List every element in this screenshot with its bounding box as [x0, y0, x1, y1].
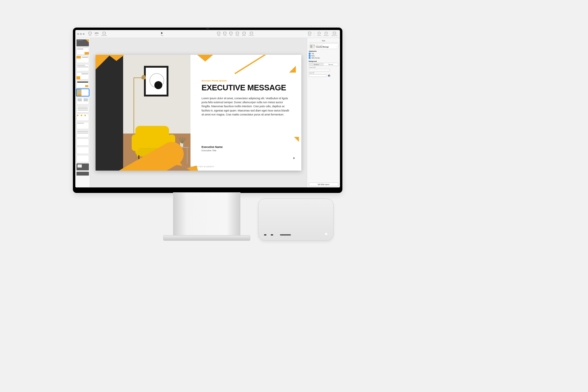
thumb-12[interactable]: [76, 130, 89, 138]
toolbar: View 100% Zoom Add Slide Play Table Char…: [75, 30, 340, 38]
play-button[interactable]: Play: [160, 32, 164, 36]
animate-label: Animate: [324, 35, 329, 36]
accent-tri: [294, 137, 299, 142]
shape-label: Shape: [236, 35, 239, 36]
layout-name: Executive Message: [316, 46, 329, 48]
slide-kicker[interactable]: Aenean Porta Ipsum: [202, 79, 227, 82]
checkbox-icon[interactable]: [309, 57, 311, 59]
mac-studio: [258, 198, 334, 241]
thumb-11[interactable]: [76, 122, 89, 129]
format-button[interactable]: Format: [316, 32, 322, 36]
thumb-14[interactable]: [76, 147, 89, 154]
view-button[interactable]: View: [88, 32, 92, 36]
table-leg: [187, 148, 187, 164]
inspector-tab-slide[interactable]: Slide: [309, 39, 338, 43]
separator: [314, 32, 314, 36]
background-segmented[interactable]: Standard Dynamic: [309, 63, 338, 66]
slide[interactable]: Aenean Porta Ipsum EXECUTIVE MESSAGE Lor…: [96, 55, 301, 171]
add-slide-button[interactable]: Add Slide: [101, 32, 108, 36]
thumb-6[interactable]: [76, 81, 89, 88]
max-dot[interactable]: [83, 33, 85, 35]
format-label: Format: [317, 35, 321, 36]
slide-body[interactable]: Lorem ipsum dolor sit amet, consectetur …: [202, 96, 290, 117]
comment-button[interactable]: Comment: [248, 32, 255, 36]
signature-title[interactable]: Executive Title: [202, 149, 216, 152]
slide-title[interactable]: EXECUTIVE MESSAGE: [202, 83, 286, 92]
color-fill-swatch[interactable]: [309, 74, 327, 77]
document-label: Document: [332, 35, 337, 36]
workspace: ELT FORMULA: [75, 38, 340, 187]
monitor-bezel: View 100% Zoom Add Slide Play Table Char…: [73, 28, 342, 193]
format-icon: [318, 32, 321, 34]
slidenum-checkbox-label: Slide Number: [311, 57, 320, 59]
seg-dynamic[interactable]: Dynamic: [324, 63, 338, 66]
body-checkbox[interactable]: Body: [309, 55, 338, 57]
window-controls[interactable]: [77, 33, 85, 35]
camera-notch: [206, 28, 209, 29]
min-dot[interactable]: [80, 33, 82, 35]
wall-art: [144, 66, 168, 96]
checkbox-icon[interactable]: [309, 53, 311, 55]
shape-button[interactable]: Shape: [235, 32, 240, 36]
thumb-4[interactable]: [76, 64, 89, 71]
text-label: Text: [230, 35, 232, 36]
seg-standard[interactable]: Standard: [309, 63, 324, 66]
zoom-control[interactable]: 100% Zoom: [94, 32, 100, 36]
current-fill-swatch[interactable]: [309, 69, 330, 71]
monitor-stand: [173, 192, 240, 237]
animate-button[interactable]: Animate: [323, 32, 330, 36]
text-button[interactable]: Text: [228, 32, 233, 36]
play-label: Play: [161, 35, 163, 36]
accent-tri: [108, 55, 124, 61]
slide-navigator[interactable]: ELT FORMULA: [75, 38, 90, 187]
chart-button[interactable]: Chart: [222, 32, 227, 36]
chart-label: Chart: [224, 35, 227, 36]
thumb-8[interactable]: [76, 97, 89, 104]
animate-icon: [325, 32, 328, 34]
shape-icon: [236, 32, 239, 34]
thumb-16[interactable]: [76, 163, 89, 171]
canvas[interactable]: Aenean Porta Ipsum EXECUTIVE MESSAGE Lor…: [90, 38, 307, 187]
slidenum-checkbox[interactable]: Slide Number: [309, 57, 338, 59]
layout-thumbnail-icon: [310, 44, 315, 48]
title-checkbox[interactable]: Title: [309, 53, 338, 55]
document-button[interactable]: Document: [331, 32, 338, 36]
thumb-9[interactable]: [76, 105, 89, 113]
app-window: View 100% Zoom Add Slide Play Table Char…: [75, 30, 340, 187]
accent-tri: [197, 55, 213, 62]
usb-c-port-icon: [271, 234, 273, 236]
thumb-2[interactable]: [76, 47, 89, 55]
thumb-13[interactable]: [76, 138, 89, 146]
comment-label: Comment: [249, 35, 254, 36]
color-wheel-icon[interactable]: [328, 74, 330, 77]
text-icon: [229, 32, 232, 34]
thumb-15[interactable]: [76, 155, 89, 162]
thumb-3[interactable]: [76, 56, 89, 63]
close-dot[interactable]: [77, 33, 79, 35]
comment-icon: [250, 32, 253, 34]
checkbox-icon[interactable]: [309, 55, 311, 57]
thumb-1-label: ELT FORMULA: [77, 40, 83, 41]
edit-slide-layout-button[interactable]: Edit Slide Layout: [309, 183, 338, 186]
media-button[interactable]: Media: [241, 32, 247, 36]
sd-slot-icon: [280, 234, 291, 236]
slide-layout-picker[interactable]: Slide Layout Executive Message ⌄: [309, 43, 338, 49]
background-heading: Background: [309, 61, 338, 62]
thumb-7-selected[interactable]: [76, 89, 89, 96]
view-icon: [89, 32, 92, 34]
signature-name[interactable]: Executive Name: [202, 145, 223, 149]
thumb-5[interactable]: [76, 72, 89, 80]
share-button[interactable]: Share: [307, 32, 312, 36]
thumb-10[interactable]: [76, 114, 89, 121]
front-ports: [264, 234, 291, 236]
play-icon: [161, 32, 163, 34]
media-label: Media: [242, 35, 246, 36]
table-button[interactable]: Table: [216, 32, 221, 36]
thumb-17[interactable]: [76, 172, 89, 176]
inspector-panel: Slide Slide Layout Executive Message ⌄ A…: [307, 38, 340, 187]
plus-icon: [103, 32, 106, 34]
appearance-heading: Appearance: [309, 51, 338, 52]
thumb-1[interactable]: ELT FORMULA: [76, 39, 89, 47]
add-slide-label: Add Slide: [102, 35, 107, 36]
appearance-section: Appearance Title Body Slide Number: [309, 51, 338, 59]
